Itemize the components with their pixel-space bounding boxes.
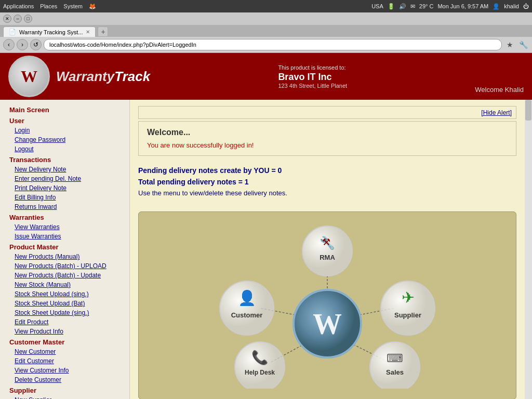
new-tab-button[interactable]: + bbox=[98, 26, 108, 37]
rma-circle[interactable] bbox=[302, 226, 352, 276]
system-diagram: W 🔧 ⚒ RMA 👤 Customer ✈ Supplier bbox=[203, 222, 452, 389]
sidebar-item-change-password[interactable]: Change Password bbox=[0, 135, 129, 144]
stat-total-pending: Total pending delivery notes = 1 bbox=[138, 178, 516, 186]
sidebar-item-new-customer[interactable]: New Customer bbox=[0, 347, 129, 356]
sidebar-section-transactions: Transactions bbox=[0, 154, 129, 165]
os-taskbar-left: Applications Places System 🦊 bbox=[3, 3, 96, 10]
email-icon: ✉ bbox=[410, 3, 415, 10]
reload-button[interactable]: ↺ bbox=[30, 39, 42, 50]
sidebar-item-new-supplier[interactable]: New Supplier bbox=[0, 395, 129, 399]
bookmark-button[interactable]: ★ bbox=[504, 39, 515, 50]
sidebar-item-logout[interactable]: Logout bbox=[0, 144, 129, 154]
welcome-title: Welcome... bbox=[147, 128, 508, 137]
url-bar[interactable] bbox=[44, 39, 502, 50]
sidebar-item-new-delivery-note[interactable]: New Delivery Note bbox=[0, 165, 129, 174]
welcome-message: You are now successfully logged in! bbox=[147, 141, 508, 149]
temperature-display: 29° C bbox=[419, 3, 434, 9]
sidebar-item-login[interactable]: Login bbox=[0, 126, 129, 135]
sidebar: Main Screen User Login Change Password L… bbox=[0, 100, 130, 399]
minimize-button[interactable]: – bbox=[14, 15, 22, 23]
browser-window: ✕ – □ 📄 Warranty Tracking Syst... ✕ + ‹ … bbox=[0, 12, 532, 53]
main-layout: Main Screen User Login Change Password L… bbox=[0, 100, 532, 399]
customer-label: Customer bbox=[231, 311, 263, 319]
sidebar-section-product: Product Master bbox=[0, 241, 129, 252]
welcome-message-header: Welcome Khalid bbox=[475, 86, 524, 96]
sidebar-item-delete-customer[interactable]: Delete Customer bbox=[0, 375, 129, 384]
site-header: W WarrantyTrack This product is licensed… bbox=[0, 53, 532, 100]
sidebar-item-edit-billing-info[interactable]: Edit Billing Info bbox=[0, 193, 129, 202]
sidebar-section-customer: Customer Master bbox=[0, 336, 129, 347]
company-address: 123 4th Street, Little Planet bbox=[278, 83, 347, 89]
sidebar-item-edit-product[interactable]: Edit Product bbox=[0, 317, 129, 327]
header-info: This product is licensed to: Bravo IT In… bbox=[278, 64, 347, 89]
volume-icon: 🔊 bbox=[399, 3, 406, 10]
helpdesk-icon: 📞 bbox=[251, 349, 269, 366]
helpdesk-circle[interactable] bbox=[235, 342, 285, 389]
rma-icon-wrench: ⚒ bbox=[322, 237, 330, 247]
helpdesk-label: Help Desk bbox=[245, 369, 275, 376]
sidebar-item-stock-sheet-upload-bat[interactable]: Stock Sheet Upload (Bat) bbox=[0, 299, 129, 308]
sidebar-item-issue-warranties[interactable]: Issue Warranties bbox=[0, 232, 129, 241]
browser-titlebar: ✕ – □ bbox=[0, 12, 532, 25]
sidebar-item-enter-pending-del-note[interactable]: Enter pending Del. Note bbox=[0, 174, 129, 183]
battery-icon: 🔋 bbox=[388, 3, 395, 10]
supplier-icon: ✈ bbox=[402, 289, 415, 306]
os-apps-menu[interactable]: Applications bbox=[3, 3, 34, 9]
company-name: Bravo IT Inc bbox=[278, 72, 347, 83]
maximize-button[interactable]: □ bbox=[24, 15, 32, 23]
sales-icon: ⌨ bbox=[387, 352, 403, 365]
nav-bar: ‹ › ↺ ★ 🔧 bbox=[0, 37, 532, 52]
tab-close-button[interactable]: ✕ bbox=[86, 29, 90, 35]
scrollbar[interactable]: ▲ ▼ bbox=[525, 100, 532, 399]
diagram-container: W 🔧 ⚒ RMA 👤 Customer ✈ Supplier bbox=[138, 211, 516, 399]
welcome-box: Welcome... You are now successfully logg… bbox=[138, 121, 516, 156]
os-system-menu[interactable]: System bbox=[63, 3, 83, 9]
stat-pending-you: Pending delivery notes create by YOU = 0 bbox=[138, 166, 516, 175]
sidebar-item-view-warranties[interactable]: View Warranties bbox=[0, 222, 129, 232]
supplier-label: Supplier bbox=[394, 311, 421, 319]
scroll-thumb[interactable] bbox=[525, 100, 531, 121]
sidebar-item-returns-inward[interactable]: Returns Inward bbox=[0, 202, 129, 211]
close-button[interactable]: ✕ bbox=[3, 15, 11, 23]
tab-title: Warranty Tracking Syst... bbox=[19, 29, 83, 35]
sidebar-item-view-product-info[interactable]: View Product Info bbox=[0, 327, 129, 336]
window-controls: ✕ – □ bbox=[3, 15, 32, 23]
forward-button[interactable]: › bbox=[17, 39, 28, 50]
sidebar-section-main: Main Screen bbox=[0, 104, 129, 115]
power-icon[interactable]: ⏻ bbox=[523, 3, 529, 9]
sales-circle[interactable] bbox=[370, 342, 420, 389]
rma-label: RMA bbox=[320, 254, 335, 261]
logo-icon: W bbox=[8, 56, 50, 97]
sidebar-item-print-delivery-note[interactable]: Print Delivery Note bbox=[0, 183, 129, 193]
sidebar-item-view-customer-info[interactable]: View Customer Info bbox=[0, 366, 129, 375]
sidebar-section-warranties: Warranties bbox=[0, 211, 129, 222]
content-area: [Hide Alert] Welcome... You are now succ… bbox=[130, 100, 525, 399]
sidebar-item-edit-customer[interactable]: Edit Customer bbox=[0, 356, 129, 366]
page-wrapper: W WarrantyTrack This product is licensed… bbox=[0, 53, 532, 399]
sidebar-item-new-products-batch-update[interactable]: New Products (Batch) - Update bbox=[0, 271, 129, 280]
user-icon: 👤 bbox=[493, 3, 500, 10]
keyboard-layout: USA bbox=[371, 3, 383, 9]
tab-favicon: 📄 bbox=[9, 29, 16, 35]
logo-area: W WarrantyTrack bbox=[8, 56, 150, 97]
sidebar-item-new-products-batch-upload[interactable]: New Products (Batch) - UPLOAD bbox=[0, 261, 129, 271]
sidebar-item-new-products-manual[interactable]: New Products (Manual) bbox=[0, 252, 129, 261]
tools-button[interactable]: 🔧 bbox=[517, 39, 529, 50]
customer-circle[interactable] bbox=[220, 281, 274, 335]
sidebar-section-supplier: Supplier bbox=[0, 384, 129, 395]
sidebar-item-stock-sheet-update-sing[interactable]: Stock Sheet Update (sing.) bbox=[0, 308, 129, 317]
sidebar-item-stock-sheet-upload-sing[interactable]: Stock Sheet Upload (sing.) bbox=[0, 289, 129, 299]
sidebar-section-user: User bbox=[0, 115, 129, 126]
stats-area: Pending delivery notes create by YOU = 0… bbox=[138, 162, 516, 207]
os-taskbar-right: USA 🔋 🔊 ✉ 29° C Mon Jun 6, 9:57 AM 👤 kha… bbox=[371, 3, 529, 10]
customer-icon: 👤 bbox=[238, 289, 256, 307]
hide-alert-button[interactable]: [Hide Alert] bbox=[481, 109, 512, 116]
username-display: khalid bbox=[504, 3, 519, 9]
datetime-display: Mon Jun 6, 9:57 AM bbox=[437, 3, 488, 9]
back-button[interactable]: ‹ bbox=[3, 39, 15, 50]
sales-label: Sales bbox=[386, 368, 404, 376]
sidebar-item-new-stock-manual[interactable]: New Stock (Manual) bbox=[0, 280, 129, 289]
browser-tab[interactable]: 📄 Warranty Tracking Syst... ✕ bbox=[3, 26, 96, 37]
os-places-menu[interactable]: Places bbox=[40, 3, 57, 9]
stat-instruction: Use the menu to view/delete these delive… bbox=[138, 189, 516, 197]
